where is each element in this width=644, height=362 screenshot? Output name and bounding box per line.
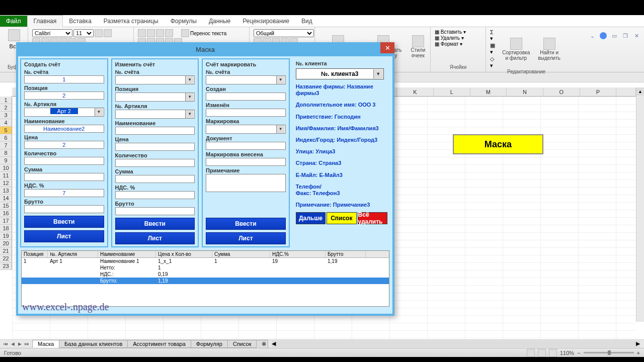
sort-filter-button[interactable]: Сортировкаи фильтр <box>500 37 532 62</box>
create-acct-no-input[interactable] <box>24 75 104 83</box>
mark-enter-button[interactable]: Ввести <box>206 218 286 230</box>
help-icon[interactable]: ? <box>600 32 607 39</box>
find-select-button[interactable]: Найти ивыделить <box>536 37 562 62</box>
row-header[interactable]: 8 <box>0 149 12 157</box>
format-cells-button[interactable]: ▦ Формат ▾ <box>435 41 462 47</box>
create-vat-input[interactable] <box>24 189 104 197</box>
tab-view[interactable]: Вид <box>295 16 318 27</box>
edit-sum-input[interactable] <box>115 175 195 183</box>
delete-all-button[interactable]: Всё удалить <box>358 212 387 224</box>
wrap-icon[interactable] <box>181 29 189 37</box>
vertical-scrollbar[interactable]: ▲ <box>636 87 644 322</box>
sheet-tab-list[interactable]: Список <box>227 340 257 348</box>
sheet-nav[interactable]: ⏮◀▶⏭ <box>0 341 32 346</box>
col-header[interactable]: M <box>470 87 507 97</box>
scroll-up-icon[interactable]: ▲ <box>636 87 644 96</box>
row-header[interactable]: 23 <box>0 262 12 270</box>
close-icon[interactable]: ✕ <box>633 32 640 39</box>
row-header[interactable]: 1 <box>0 97 12 104</box>
align-bot-icon[interactable] <box>156 29 164 37</box>
client-no-combo[interactable]: №. клиента3 <box>296 68 384 79</box>
edit-qty-input[interactable] <box>115 159 195 167</box>
zoom-out-icon[interactable]: − <box>577 350 580 356</box>
edit-art-combo[interactable] <box>115 110 195 119</box>
minimize-ribbon-icon[interactable]: ⌄ <box>589 32 596 39</box>
view-normal-icon[interactable] <box>527 349 535 357</box>
create-pos-input[interactable] <box>24 92 104 100</box>
row-header[interactable]: 21 <box>0 247 12 255</box>
row-header[interactable]: 20 <box>0 240 12 247</box>
sheet-tab-assortment[interactable]: Ассортимент товара <box>127 340 191 348</box>
sheet-tab-form[interactable]: Формуляр <box>191 340 228 348</box>
edit-sheet-button[interactable]: Лист <box>115 232 195 244</box>
create-price-input[interactable] <box>24 141 104 149</box>
shrink-font-icon[interactable] <box>104 29 112 37</box>
edit-gross-input[interactable] <box>115 207 195 215</box>
fill-icon[interactable]: ▦ ▾ <box>490 42 496 55</box>
row-header[interactable]: 10 <box>0 164 12 172</box>
row-header[interactable]: 15 <box>0 202 12 210</box>
row-header[interactable]: 3 <box>0 112 12 119</box>
mark-acct-no-combo[interactable] <box>206 75 286 84</box>
autosum-icon[interactable]: Σ ▾ <box>490 29 496 42</box>
row-header[interactable]: 11 <box>0 172 12 179</box>
list-item[interactable]: НДС.:0,19 <box>22 271 389 278</box>
horizontal-scrollbar[interactable]: ◀▶ <box>272 340 640 347</box>
col-header[interactable]: L <box>434 87 470 97</box>
mark-marking-combo[interactable] <box>206 125 286 134</box>
font-size-select[interactable]: 11 <box>73 29 94 37</box>
next-button[interactable]: Дальше <box>296 212 326 224</box>
row-header[interactable]: 14 <box>0 195 12 202</box>
sheet-tab-clients[interactable]: База данных клиентов <box>59 340 128 348</box>
row-header[interactable]: 13 <box>0 187 12 195</box>
mark-created-input[interactable] <box>206 93 286 101</box>
zoom-value[interactable]: 110% <box>560 350 574 356</box>
row-header[interactable]: 19 <box>0 232 12 240</box>
edit-name-input[interactable] <box>115 127 195 135</box>
number-format-select[interactable]: Общий <box>254 29 314 37</box>
font-name-select[interactable]: Calibri <box>32 29 72 37</box>
sheet-tab-maska[interactable]: Маска <box>32 340 59 348</box>
col-header[interactable]: P <box>580 87 617 97</box>
mark-doc-input[interactable] <box>206 142 286 150</box>
tab-insert[interactable]: Вставка <box>63 16 98 27</box>
tab-home[interactable]: Главная <box>27 15 63 27</box>
orientation-icon[interactable] <box>165 29 173 37</box>
create-gross-input[interactable] <box>24 205 104 213</box>
cell-maska[interactable]: Маска <box>453 134 543 154</box>
zoom-in-icon[interactable]: + <box>637 350 640 356</box>
tab-review[interactable]: Рецензирование <box>236 16 295 27</box>
mark-marked-input[interactable] <box>206 158 286 166</box>
create-sheet-button[interactable]: Лист <box>24 230 104 242</box>
create-name-input[interactable] <box>24 125 104 133</box>
tab-page-layout[interactable]: Разметка страницы <box>98 16 165 27</box>
create-art-combo[interactable]: Арт 2 <box>24 108 104 117</box>
mark-note-textarea[interactable] <box>206 174 286 192</box>
list-item[interactable]: 1Арт 1Наименование 11_х_11191,19 <box>22 258 389 264</box>
grow-font-icon[interactable] <box>95 29 103 37</box>
tab-formulas[interactable]: Формулы <box>165 16 203 27</box>
row-header[interactable]: 6 <box>0 134 12 142</box>
new-sheet-button[interactable]: ✲ <box>256 340 268 348</box>
mark-changed-input[interactable] <box>206 109 286 117</box>
tab-data[interactable]: Данные <box>203 16 236 27</box>
file-tab[interactable]: Файл <box>0 16 27 27</box>
mark-sheet-button[interactable]: Лист <box>206 232 286 244</box>
col-header[interactable]: O <box>543 87 580 97</box>
delete-cells-button[interactable]: ▦ Удалить ▾ <box>435 35 464 41</box>
view-break-icon[interactable] <box>549 349 557 357</box>
row-header[interactable]: 9 <box>0 157 12 164</box>
view-layout-icon[interactable] <box>538 349 546 357</box>
edit-enter-button[interactable]: Ввести <box>115 218 195 230</box>
row-header[interactable]: 16 <box>0 210 12 217</box>
list-item-selected[interactable]: Брутто:1,19 <box>22 278 389 284</box>
col-header[interactable]: N <box>507 87 543 97</box>
row-header[interactable]: 22 <box>0 255 12 262</box>
create-sum-input[interactable] <box>24 173 104 181</box>
row-header[interactable]: 17 <box>0 217 12 225</box>
list-button[interactable]: Список <box>327 212 356 224</box>
row-header[interactable]: 4 <box>0 119 12 127</box>
list-item[interactable]: Нетто:1 <box>22 264 389 271</box>
clear-icon[interactable]: ◇ ▾ <box>490 56 496 69</box>
dialog-close-button[interactable]: ✕ <box>380 42 394 53</box>
